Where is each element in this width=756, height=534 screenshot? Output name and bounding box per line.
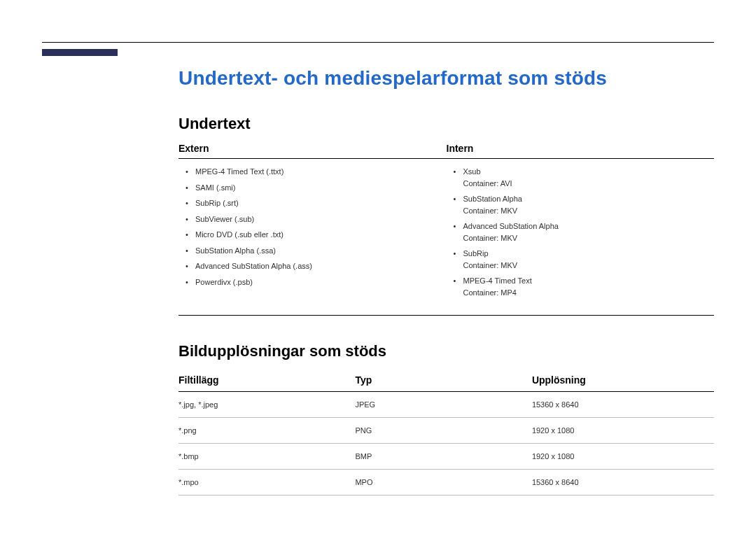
list-item: XsubContainer: AVI [456, 166, 715, 189]
list-item: Micro DVD (.sub eller .txt) [188, 229, 447, 241]
th-ext: Filtillägg [178, 370, 355, 392]
list-item-subtext: Container: AVI [463, 178, 715, 190]
list-item: SAMI (.smi) [188, 182, 447, 194]
list-item: Advanced SubStation AlphaContainer: MKV [456, 220, 715, 244]
section-subtitle: Undertext Extern MPEG-4 Timed Text (.ttx… [178, 115, 714, 316]
list-item: SubRip (.srt) [188, 197, 447, 209]
table-cell-ext: *.mpo [178, 470, 355, 496]
table-cell-ext: *.png [178, 418, 355, 444]
section-heading-resolutions: Bildupplösningar som stöds [178, 342, 714, 360]
list-item: SubRipContainer: MKV [456, 248, 715, 271]
list-item-text: SubRip [463, 249, 489, 258]
section-heading-subtitle: Undertext [178, 115, 714, 133]
table-cell-res: 1920 x 1080 [532, 444, 714, 470]
table-cell-ext: *.jpg, *.jpeg [178, 392, 355, 418]
list-item: Advanced SubStation Alpha (.ass) [188, 260, 447, 272]
list-item-subtext: Container: MP4 [463, 287, 715, 299]
table-row: *.bmpBMP1920 x 1080 [178, 444, 714, 470]
column-extern-label: Extern [178, 143, 447, 159]
list-item-subtext: Container: MKV [463, 260, 715, 272]
th-type: Typ [355, 370, 531, 392]
list-item-subtext: Container: MKV [463, 232, 715, 244]
table-cell-res: 15360 x 8640 [532, 470, 714, 496]
section-resolutions: Bildupplösningar som stöds Filtillägg Ty… [178, 342, 714, 496]
list-item: SubStation Alpha (.ssa) [188, 245, 447, 257]
list-item-subtext: Container: MKV [463, 205, 715, 217]
table-cell-ext: *.bmp [178, 444, 355, 470]
list-item-text: MPEG-4 Timed Text [463, 276, 532, 285]
table-cell-type: MPO [355, 470, 531, 496]
subtitle-columns: Extern MPEG-4 Timed Text (.ttxt)SAMI (.s… [178, 143, 714, 316]
page-title: Undertext- och mediespelarformat som stö… [178, 67, 714, 90]
table-cell-res: 15360 x 8640 [532, 392, 714, 418]
table-row: *.mpoMPO15360 x 8640 [178, 470, 714, 496]
list-item: MPEG-4 Timed Text (.ttxt) [188, 166, 447, 178]
resolutions-table: Filtillägg Typ Upplösning *.jpg, *.jpegJ… [178, 370, 714, 496]
list-item: SubViewer (.sub) [188, 213, 447, 225]
list-item: SubStation AlphaContainer: MKV [456, 193, 715, 216]
accent-bar [42, 49, 118, 56]
table-cell-type: BMP [355, 444, 531, 470]
th-res: Upplösning [532, 370, 714, 392]
table-header-row: Filtillägg Typ Upplösning [178, 370, 714, 392]
table-row: *.jpg, *.jpegJPEG15360 x 8640 [178, 392, 714, 418]
extern-list: MPEG-4 Timed Text (.ttxt)SAMI (.smi)SubR… [178, 166, 447, 288]
document-page: Undertext- och mediespelarformat som stö… [0, 0, 756, 534]
table-cell-type: PNG [355, 418, 531, 444]
list-item-text: SubStation Alpha [463, 195, 522, 203]
list-item: MPEG-4 Timed TextContainer: MP4 [456, 275, 715, 298]
table-row: *.pngPNG1920 x 1080 [178, 418, 714, 444]
intern-list: XsubContainer: AVISubStation AlphaContai… [447, 166, 715, 298]
table-cell-type: JPEG [355, 392, 531, 418]
column-extern: Extern MPEG-4 Timed Text (.ttxt)SAMI (.s… [178, 143, 447, 302]
column-intern: Intern XsubContainer: AVISubStation Alph… [447, 143, 715, 302]
top-rule [42, 42, 714, 43]
content-area: Undertext- och mediespelarformat som stö… [178, 67, 714, 496]
list-item-text: Xsub [463, 167, 481, 176]
table-cell-res: 1920 x 1080 [532, 418, 714, 444]
list-item: Powerdivx (.psb) [188, 276, 447, 288]
column-intern-label: Intern [447, 143, 715, 159]
list-item-text: Advanced SubStation Alpha [463, 222, 559, 230]
